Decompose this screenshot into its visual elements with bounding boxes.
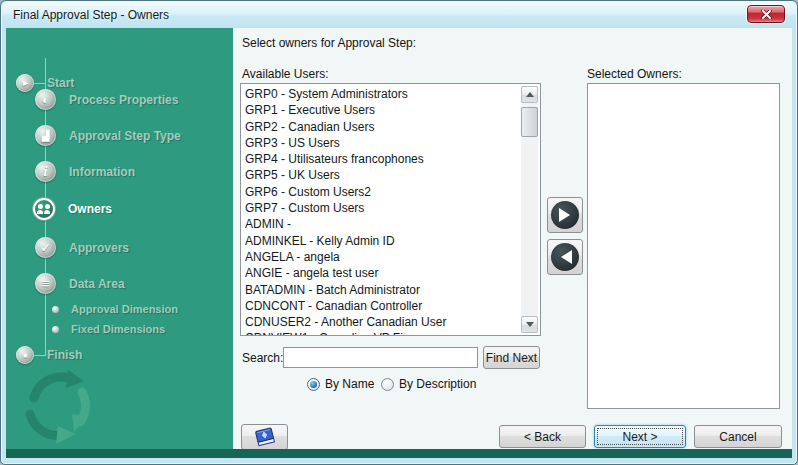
next-button[interactable]: Next >	[594, 425, 686, 448]
step-label: Information	[69, 165, 135, 179]
list-item[interactable]: ANGIE - angela test user	[242, 265, 520, 281]
search-input[interactable]	[283, 347, 478, 368]
bullet-icon	[52, 306, 59, 313]
list-item[interactable]: GRP4 - Utilisateurs francophones	[242, 151, 520, 167]
sidebar-step-approvers: Approvers	[35, 237, 129, 258]
scrollbar[interactable]	[521, 86, 538, 333]
list-item[interactable]: GRP5 - UK Users	[242, 167, 520, 183]
data-area-icon	[35, 273, 56, 294]
wizard-steps-sidebar: Start Process Properties Approval Step T…	[6, 28, 233, 449]
help-book-icon	[252, 427, 278, 448]
sidebar-step-approval-dimension: Approval Dimension	[52, 303, 178, 315]
radio-unselected-icon	[381, 378, 394, 391]
list-item[interactable]: ADMIN -	[242, 216, 520, 232]
available-users-list[interactable]: GRP0 - System AdministratorsGRP1 - Execu…	[242, 86, 520, 335]
list-item[interactable]: GRP6 - Custom Users2	[242, 184, 520, 200]
step-label: Finish	[47, 348, 82, 362]
find-next-button[interactable]: Find Next	[483, 346, 540, 369]
sidebar-step-fixed-dimensions: Fixed Dimensions	[52, 323, 165, 335]
radio-by-description[interactable]: By Description	[381, 377, 476, 391]
available-users-label: Available Users:	[242, 67, 328, 81]
list-item[interactable]: GRP2 - Canadian Users	[242, 119, 520, 135]
sidebar-step-information: Information	[35, 161, 135, 182]
sidebar-step-finish: Finish	[16, 346, 82, 364]
bullet-icon	[52, 326, 59, 333]
start-icon	[16, 74, 34, 92]
sidebar-step-data-area: Data Area	[35, 273, 125, 294]
approvers-icon	[35, 237, 56, 258]
step-label: Owners	[68, 202, 112, 216]
arrow-left-icon	[551, 243, 579, 271]
wizard-dialog: Final Approval Step - Owners Start Proce…	[0, 0, 798, 465]
back-button[interactable]: < Back	[499, 425, 586, 448]
selected-owners-label: Selected Owners:	[587, 67, 682, 81]
sidebar-step-process-properties: Process Properties	[35, 89, 178, 110]
radio-label: By Description	[399, 377, 476, 391]
selected-owners-listbox[interactable]	[587, 83, 780, 409]
title-bar[interactable]: Final Approval Step - Owners	[2, 2, 796, 28]
list-item[interactable]: GRP1 - Executive Users	[242, 102, 520, 118]
selected-owners-list[interactable]	[589, 86, 778, 408]
list-item[interactable]: CDNVIEW1 - Canadian VP Fin	[242, 330, 520, 335]
step-label: Approvers	[69, 241, 129, 255]
cancel-button[interactable]: Cancel	[694, 425, 782, 448]
step-label: Start	[47, 76, 74, 90]
list-item[interactable]: ADMINKEL - Kelly Admin ID	[242, 233, 520, 249]
move-right-button[interactable]	[547, 197, 583, 233]
people-glyph	[37, 204, 51, 214]
list-item[interactable]: ANGELA - angela	[242, 249, 520, 265]
scroll-up-icon[interactable]	[521, 86, 538, 103]
list-item[interactable]: CDNCONT - Canadian Controller	[242, 298, 520, 314]
radio-selected-icon	[307, 378, 320, 391]
swirl-logo-icon	[14, 364, 106, 448]
radio-label: By Name	[325, 377, 374, 391]
available-users-listbox[interactable]: GRP0 - System AdministratorsGRP1 - Execu…	[240, 83, 541, 336]
list-item[interactable]: GRP0 - System Administrators	[242, 86, 520, 102]
close-icon	[761, 10, 772, 19]
list-item[interactable]: BATADMIN - Batch Administrator	[242, 282, 520, 298]
page-instruction: Select owners for Approval Step:	[242, 36, 416, 50]
step-label: Fixed Dimensions	[71, 323, 165, 335]
information-icon	[35, 161, 56, 182]
approval-step-type-icon	[35, 125, 56, 146]
close-button[interactable]	[747, 5, 785, 23]
finish-icon	[16, 346, 34, 364]
list-item[interactable]: CDNUSER2 - Another Canadian User	[242, 314, 520, 330]
step-label: Process Properties	[69, 93, 178, 107]
window-title: Final Approval Step - Owners	[13, 8, 169, 22]
list-item[interactable]: GRP3 - US Users	[242, 135, 520, 151]
list-item[interactable]: GRP7 - Custom Users	[242, 200, 520, 216]
step-label: Approval Step Type	[69, 129, 181, 143]
move-left-button[interactable]	[547, 239, 583, 275]
radio-by-name[interactable]: By Name	[307, 377, 374, 391]
step-label: Data Area	[69, 277, 125, 291]
bottom-accent-strip	[6, 449, 792, 458]
search-label: Search:	[242, 351, 283, 365]
owners-icon	[33, 198, 55, 220]
scrollbar-thumb[interactable]	[521, 107, 538, 137]
arrow-right-icon	[551, 201, 579, 229]
step-label: Approval Dimension	[71, 303, 178, 315]
sidebar-step-owners-active: Owners	[33, 198, 112, 220]
wizard-content: Select owners for Approval Step: Availab…	[233, 28, 792, 449]
scroll-down-icon[interactable]	[521, 316, 538, 333]
process-properties-icon	[35, 89, 56, 110]
sidebar-step-approval-step-type: Approval Step Type	[35, 125, 181, 146]
help-button[interactable]	[241, 424, 288, 450]
